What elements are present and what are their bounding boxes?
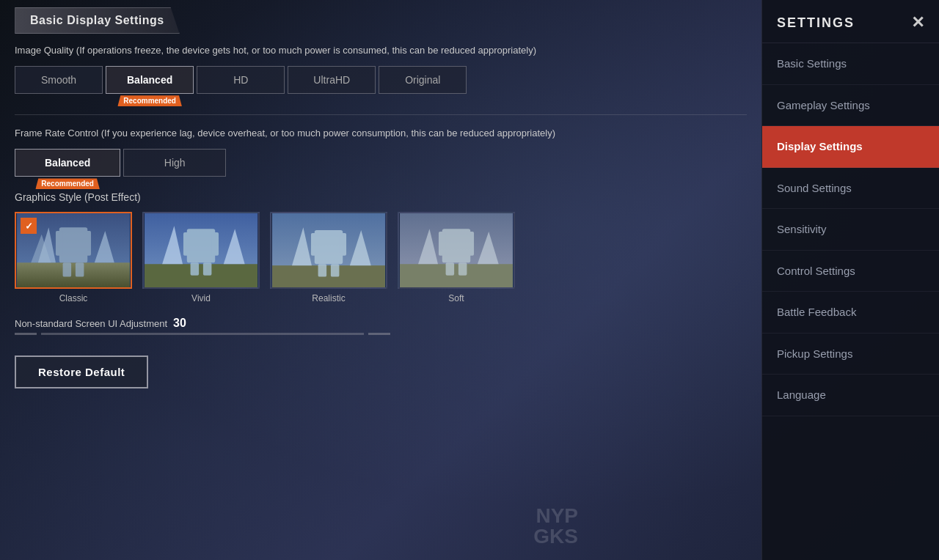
- section-title: Basic Display Settings: [30, 14, 164, 26]
- svg-rect-4: [84, 231, 91, 256]
- nonstandard-row: Non-standard Screen UI Adjustment 30: [15, 317, 747, 330]
- nonstandard-label: Non-standard Screen UI Adjustment: [15, 318, 167, 329]
- graphics-soft-label: Soft: [448, 293, 464, 303]
- sidebar-title: SETTINGS: [777, 15, 855, 31]
- svg-rect-20: [272, 266, 385, 288]
- nonstandard-value: 30: [173, 317, 186, 330]
- svg-rect-32: [467, 232, 474, 256]
- svg-rect-6: [76, 263, 84, 277]
- slider-track[interactable]: [41, 333, 364, 335]
- graphics-thumb-classic: ✓: [15, 212, 132, 289]
- sidebar-item-language[interactable]: Language: [762, 375, 939, 416]
- main-panel: Basic Display Settings Image Quality (If…: [0, 0, 761, 560]
- graphics-vivid-label: Vivid: [191, 293, 211, 303]
- svg-rect-25: [331, 265, 340, 277]
- graphics-thumb-vivid: [142, 212, 260, 289]
- svg-rect-13: [183, 232, 191, 256]
- iq-smooth[interactable]: Smooth: [15, 66, 103, 94]
- selected-check: ✓: [21, 218, 37, 234]
- sidebar-item-battle-feedback[interactable]: Battle Feedback: [762, 292, 939, 334]
- recommended-badge-iq: Recommended: [117, 95, 182, 106]
- iq-ultrahd[interactable]: UltraHD: [288, 66, 376, 94]
- divider-1: [15, 114, 747, 115]
- restore-default-button[interactable]: Restore Default: [15, 355, 148, 388]
- svg-rect-5: [63, 263, 72, 277]
- graphics-grid: ✓ Classic: [15, 212, 747, 303]
- sidebar-item-display-settings[interactable]: Display Settings: [762, 126, 939, 168]
- svg-rect-23: [339, 233, 346, 256]
- sidebar-item-gameplay-settings[interactable]: Gameplay Settings: [762, 85, 939, 127]
- slider-left-handle: [15, 333, 37, 335]
- svg-rect-34: [458, 263, 467, 276]
- sidebar-items-list: Basic Settings Gameplay Settings Display…: [762, 43, 939, 560]
- watermark-line1: NYP: [533, 506, 578, 526]
- svg-rect-3: [56, 231, 63, 256]
- iq-hd[interactable]: HD: [197, 66, 285, 94]
- image-quality-options: Smooth Balanced Recommended HD UltraHD O…: [15, 66, 747, 94]
- svg-rect-15: [191, 263, 200, 276]
- iq-balanced[interactable]: Balanced Recommended: [106, 66, 194, 94]
- graphics-realistic-label: Realistic: [312, 293, 345, 303]
- sidebar-item-pickup-settings[interactable]: Pickup Settings: [762, 334, 939, 375]
- sidebar-header: SETTINGS ✕: [762, 0, 939, 43]
- fr-balanced[interactable]: Balanced Recommended: [15, 149, 120, 177]
- sidebar-item-basic-settings[interactable]: Basic Settings: [762, 43, 939, 85]
- sidebar-item-control-settings[interactable]: Control Settings: [762, 251, 939, 292]
- graphics-thumb-realistic: [270, 212, 387, 289]
- svg-rect-33: [446, 263, 455, 276]
- close-icon[interactable]: ✕: [911, 13, 924, 32]
- svg-rect-30: [442, 229, 470, 263]
- svg-rect-29: [400, 265, 513, 288]
- watermark-line2: GKS: [533, 526, 578, 547]
- iq-original[interactable]: Original: [379, 66, 467, 94]
- svg-rect-31: [439, 232, 446, 256]
- graphics-thumb-soft: [398, 212, 515, 289]
- graphics-vivid[interactable]: Vivid: [142, 212, 260, 303]
- svg-rect-16: [203, 263, 212, 276]
- sidebar-item-sensitivity[interactable]: Sensitivity: [762, 209, 939, 251]
- svg-rect-11: [145, 265, 257, 288]
- slider-row: [15, 333, 747, 335]
- graphics-style-label: Graphics Style (Post Effect): [15, 191, 747, 203]
- frame-rate-label: Frame Rate Control (If you experience la…: [15, 127, 747, 140]
- frame-rate-options: Balanced Recommended High: [15, 149, 747, 177]
- svg-rect-2: [59, 228, 87, 263]
- slider-right-handle: [368, 333, 390, 335]
- graphics-classic[interactable]: ✓ Classic: [15, 212, 132, 303]
- fr-high[interactable]: High: [123, 149, 226, 177]
- svg-rect-12: [187, 229, 215, 263]
- graphics-realistic[interactable]: Realistic: [270, 212, 387, 303]
- svg-rect-22: [311, 233, 318, 256]
- svg-rect-21: [315, 230, 343, 264]
- image-quality-label: Image Quality (If operations freeze, the…: [15, 44, 747, 57]
- svg-rect-14: [211, 232, 219, 256]
- graphics-classic-label: Classic: [59, 293, 88, 303]
- svg-rect-1: [17, 263, 130, 288]
- sidebar-item-sound-settings[interactable]: Sound Settings: [762, 168, 939, 210]
- section-header: Basic Display Settings: [15, 7, 180, 34]
- watermark: NYP GKS: [533, 506, 578, 547]
- recommended-badge-fr: Recommended: [35, 178, 100, 189]
- sidebar: SETTINGS ✕ Basic Settings Gameplay Setti…: [761, 0, 939, 560]
- graphics-soft[interactable]: Soft: [398, 212, 515, 303]
- svg-rect-24: [318, 265, 327, 277]
